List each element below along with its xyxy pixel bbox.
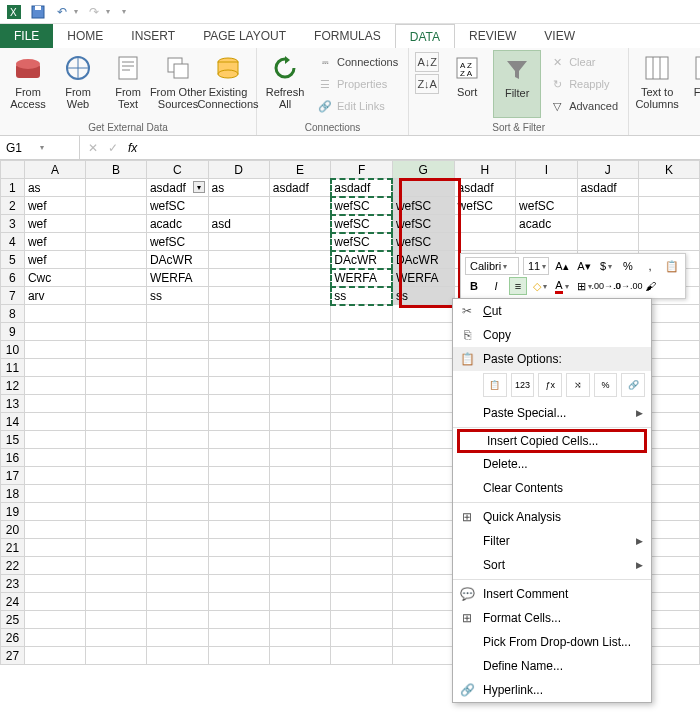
ctx-delete[interactable]: Delete...: [453, 452, 651, 476]
cell-B25[interactable]: [86, 611, 147, 629]
cell-E11[interactable]: [269, 359, 331, 377]
col-header-H[interactable]: H: [454, 161, 516, 179]
cell-F14[interactable]: [331, 413, 393, 431]
cell-B1[interactable]: [86, 179, 147, 197]
cell-E2[interactable]: [269, 197, 331, 215]
mini-format-brush-icon[interactable]: 🖌: [641, 277, 659, 295]
ctx-cut[interactable]: ✂Cut: [453, 299, 651, 323]
cell-D1[interactable]: as: [208, 179, 269, 197]
cell-E27[interactable]: [269, 647, 331, 665]
edit-links-button[interactable]: 🔗Edit Links: [313, 96, 402, 116]
connections-button[interactable]: ⎓Connections: [313, 52, 402, 72]
row-header-14[interactable]: 14: [1, 413, 25, 431]
tab-data[interactable]: DATA: [395, 24, 455, 48]
cell-A4[interactable]: wef: [24, 233, 85, 251]
row-header-22[interactable]: 22: [1, 557, 25, 575]
col-header-A[interactable]: A: [24, 161, 85, 179]
cell-B11[interactable]: [86, 359, 147, 377]
row-header-3[interactable]: 3: [1, 215, 25, 233]
cell-G24[interactable]: [392, 593, 454, 611]
cell-G19[interactable]: [392, 503, 454, 521]
row-header-17[interactable]: 17: [1, 467, 25, 485]
cell-E10[interactable]: [269, 341, 331, 359]
cell-A13[interactable]: [24, 395, 85, 413]
row-header-1[interactable]: 1: [1, 179, 25, 197]
cell-A12[interactable]: [24, 377, 85, 395]
cell-C20[interactable]: [146, 521, 208, 539]
cell-B26[interactable]: [86, 629, 147, 647]
cell-A1[interactable]: as: [24, 179, 85, 197]
cell-A26[interactable]: [24, 629, 85, 647]
mini-font[interactable]: Calibri: [465, 257, 519, 275]
cell-C16[interactable]: [146, 449, 208, 467]
cell-F24[interactable]: [331, 593, 393, 611]
cell-B20[interactable]: [86, 521, 147, 539]
cell-A20[interactable]: [24, 521, 85, 539]
cell-F13[interactable]: [331, 395, 393, 413]
cell-D19[interactable]: [208, 503, 269, 521]
cell-A21[interactable]: [24, 539, 85, 557]
cell-C2[interactable]: wefSC: [146, 197, 208, 215]
filter-button[interactable]: Filter: [493, 50, 541, 118]
cell-E8[interactable]: [269, 305, 331, 323]
cell-B22[interactable]: [86, 557, 147, 575]
ctx-sort[interactable]: Sort▶: [453, 553, 651, 577]
row-header-25[interactable]: 25: [1, 611, 25, 629]
row-header-7[interactable]: 7: [1, 287, 25, 305]
cell-F9[interactable]: [331, 323, 393, 341]
row-header-13[interactable]: 13: [1, 395, 25, 413]
cell-E13[interactable]: [269, 395, 331, 413]
col-header-D[interactable]: D: [208, 161, 269, 179]
cell-D21[interactable]: [208, 539, 269, 557]
tab-review[interactable]: REVIEW: [455, 24, 530, 48]
cell-H3[interactable]: [454, 215, 516, 233]
cell-B9[interactable]: [86, 323, 147, 341]
cell-D7[interactable]: [208, 287, 269, 305]
existing-connections-button[interactable]: Existing Connections: [204, 50, 252, 118]
cell-G16[interactable]: [392, 449, 454, 467]
cell-E16[interactable]: [269, 449, 331, 467]
cell-D4[interactable]: [208, 233, 269, 251]
cell-D5[interactable]: [208, 251, 269, 269]
cell-D8[interactable]: [208, 305, 269, 323]
cell-A5[interactable]: wef: [24, 251, 85, 269]
tab-home[interactable]: HOME: [53, 24, 117, 48]
ctx-define-name[interactable]: Define Name...: [453, 654, 651, 678]
cell-G13[interactable]: [392, 395, 454, 413]
mini-font-color[interactable]: A: [553, 277, 571, 295]
col-header-K[interactable]: K: [639, 161, 700, 179]
text-to-columns-button[interactable]: Text to Columns: [633, 50, 681, 118]
cell-B27[interactable]: [86, 647, 147, 665]
ctx-copy[interactable]: ⎘Copy: [453, 323, 651, 347]
cell-G3[interactable]: wefSC: [392, 215, 454, 233]
cell-F25[interactable]: [331, 611, 393, 629]
cell-A18[interactable]: [24, 485, 85, 503]
cell-I1[interactable]: [516, 179, 578, 197]
cell-G17[interactable]: [392, 467, 454, 485]
cell-G14[interactable]: [392, 413, 454, 431]
cell-A7[interactable]: arv: [24, 287, 85, 305]
cell-A9[interactable]: [24, 323, 85, 341]
cell-A15[interactable]: [24, 431, 85, 449]
cell-J2[interactable]: [577, 197, 639, 215]
cell-J1[interactable]: asdadf: [577, 179, 639, 197]
filter-dropdown-icon[interactable]: ▾: [193, 181, 205, 193]
cell-E26[interactable]: [269, 629, 331, 647]
cell-C24[interactable]: [146, 593, 208, 611]
ctx-insert-copied[interactable]: Insert Copied Cells...: [457, 429, 647, 453]
cell-I2[interactable]: wefSC: [516, 197, 578, 215]
mini-inc-decimal[interactable]: .00→.0: [597, 277, 615, 295]
fx-icon[interactable]: fx: [128, 141, 137, 155]
save-icon[interactable]: [30, 4, 46, 20]
cell-F26[interactable]: [331, 629, 393, 647]
cell-E25[interactable]: [269, 611, 331, 629]
cell-A17[interactable]: [24, 467, 85, 485]
cell-A25[interactable]: [24, 611, 85, 629]
cell-B10[interactable]: [86, 341, 147, 359]
cell-E18[interactable]: [269, 485, 331, 503]
cell-D16[interactable]: [208, 449, 269, 467]
cell-J3[interactable]: [577, 215, 639, 233]
cell-C7[interactable]: ss: [146, 287, 208, 305]
col-header-C[interactable]: C: [146, 161, 208, 179]
cell-A23[interactable]: [24, 575, 85, 593]
